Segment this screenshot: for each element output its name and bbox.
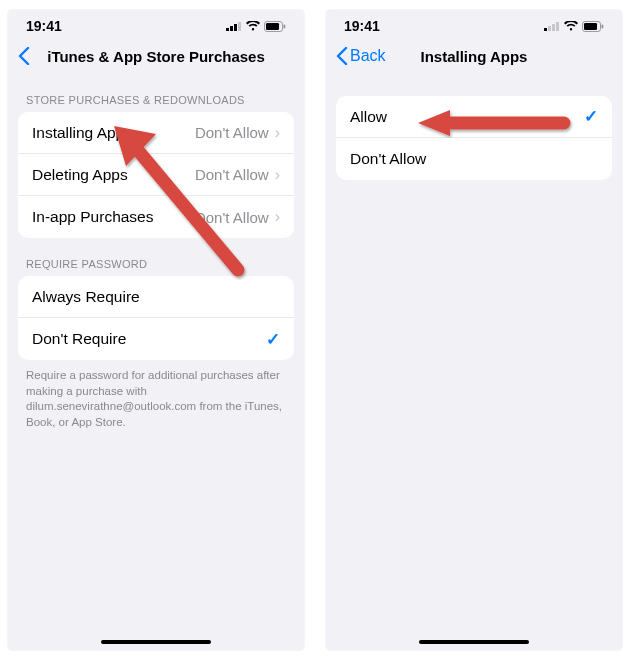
row-value: Don't Allow › xyxy=(195,166,280,184)
chevron-right-icon: › xyxy=(275,208,280,226)
status-time: 19:41 xyxy=(26,18,62,34)
section-header-password: Require Password xyxy=(8,238,304,276)
footer-text: Require a password for additional purcha… xyxy=(8,360,304,430)
svg-rect-15 xyxy=(602,24,604,28)
back-button[interactable]: Back xyxy=(336,47,386,65)
battery-icon xyxy=(264,21,286,32)
row-dont-allow[interactable]: Don't Allow xyxy=(336,138,612,180)
row-dont-require[interactable]: Don't Require ✓ xyxy=(18,318,294,360)
row-value: Don't Allow › xyxy=(195,208,280,226)
svg-rect-6 xyxy=(284,24,286,28)
status-bar: 19:41 xyxy=(8,10,304,38)
list-store: Installing Apps Don't Allow › Deleting A… xyxy=(18,112,294,238)
row-label: Deleting Apps xyxy=(32,166,128,184)
row-label: Installing Apps xyxy=(32,124,132,142)
row-value: Don't Allow › xyxy=(195,124,280,142)
svg-rect-5 xyxy=(266,23,279,30)
battery-icon xyxy=(582,21,604,32)
status-icons xyxy=(544,21,604,32)
page-title: iTunes & App Store Purchases xyxy=(8,48,304,65)
svg-rect-12 xyxy=(556,22,559,31)
row-installing-apps[interactable]: Installing Apps Don't Allow › xyxy=(18,112,294,154)
svg-rect-1 xyxy=(230,26,233,31)
chevron-right-icon: › xyxy=(275,166,280,184)
chevron-left-icon xyxy=(18,47,30,65)
section-header-store: Store Purchases & Redownloads xyxy=(8,74,304,112)
row-allow[interactable]: Allow ✓ xyxy=(336,96,612,138)
wifi-icon xyxy=(564,21,578,31)
phone-left: 19:41 iTunes & App Store Purchases Store… xyxy=(8,10,304,650)
status-bar: 19:41 xyxy=(326,10,622,38)
row-always-require[interactable]: Always Require xyxy=(18,276,294,318)
nav-bar: iTunes & App Store Purchases xyxy=(8,38,304,74)
checkmark-icon: ✓ xyxy=(266,329,280,350)
chevron-right-icon: › xyxy=(275,124,280,142)
row-label: Always Require xyxy=(32,288,140,306)
svg-rect-11 xyxy=(552,24,555,31)
svg-rect-9 xyxy=(544,28,547,31)
home-indicator xyxy=(101,640,211,645)
back-label: Back xyxy=(350,47,386,65)
checkmark-icon: ✓ xyxy=(584,106,598,127)
svg-rect-3 xyxy=(238,22,241,31)
row-label: In-app Purchases xyxy=(32,208,154,226)
back-button[interactable] xyxy=(18,47,30,65)
nav-bar: Back Installing Apps xyxy=(326,38,622,74)
list-password: Always Require Don't Require ✓ xyxy=(18,276,294,360)
status-time: 19:41 xyxy=(344,18,380,34)
cellular-icon xyxy=(544,21,560,31)
home-indicator xyxy=(419,640,529,645)
row-label: Don't Require xyxy=(32,330,126,348)
row-in-app-purchases[interactable]: In-app Purchases Don't Allow › xyxy=(18,196,294,238)
chevron-left-icon xyxy=(336,47,348,65)
wifi-icon xyxy=(246,21,260,31)
svg-rect-2 xyxy=(234,24,237,31)
phone-right: 19:41 Back Installing Apps Allow ✓ Don't… xyxy=(326,10,622,650)
row-label: Don't Allow xyxy=(350,150,426,168)
cellular-icon xyxy=(226,21,242,31)
svg-rect-10 xyxy=(548,26,551,31)
svg-rect-0 xyxy=(226,28,229,31)
row-deleting-apps[interactable]: Deleting Apps Don't Allow › xyxy=(18,154,294,196)
svg-rect-14 xyxy=(584,23,597,30)
row-label: Allow xyxy=(350,108,387,126)
status-icons xyxy=(226,21,286,32)
list-installing-options: Allow ✓ Don't Allow xyxy=(336,96,612,180)
